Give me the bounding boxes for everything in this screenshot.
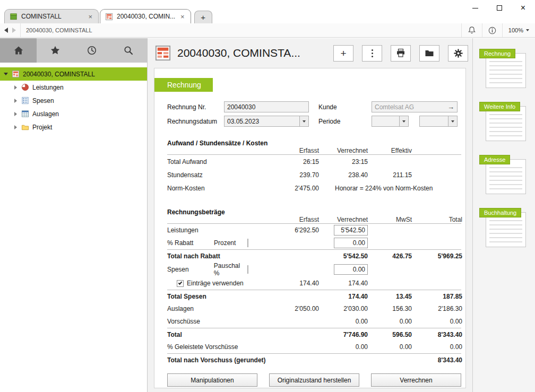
spesen-verrechnet-input[interactable]: 0.00 [334, 264, 368, 275]
page-preview-lines [489, 114, 522, 138]
collapse-icon[interactable] [4, 73, 8, 75]
print-button[interactable] [391, 45, 411, 62]
favorites-button[interactable] [37, 38, 73, 63]
home-button[interactable] [0, 38, 37, 63]
leistungen-verrechnet-input[interactable]: 5'542.50 [334, 225, 368, 236]
page-label[interactable]: Buchhaltung [479, 208, 521, 217]
section-tab-rechnung[interactable]: Rechnung [154, 78, 213, 92]
kunde-field[interactable]: Comtelsat AG → [372, 101, 458, 112]
rechnung-nr-input[interactable]: 20040030 [224, 101, 309, 112]
row-auslagen: Auslagen 2'050.00 2'030.00 156.30 2'186.… [167, 302, 461, 315]
tree-item-label: Spesen [32, 97, 54, 104]
chevron-down-icon [303, 120, 306, 123]
history-button[interactable] [74, 38, 110, 63]
tree-item-label: Auslagen [32, 110, 59, 118]
expand-icon[interactable] [14, 112, 17, 116]
back-icon[interactable] [4, 28, 8, 33]
tree-item-spesen[interactable]: Spesen [0, 94, 147, 107]
rabatt-prozent-input[interactable] [247, 239, 248, 247]
zoom-level: 100% [508, 27, 523, 33]
periode-select-1[interactable] [372, 116, 409, 127]
row-total-nach-vorschuss: Total nach Vorschuss (gerundet) 8'343.40 [167, 353, 461, 366]
dropdown-button[interactable] [448, 116, 457, 126]
invoice-icon [12, 70, 20, 78]
row-total: Total 7'746.90 596.50 8'343.40 [167, 328, 461, 341]
new-tab-button[interactable]: + [194, 11, 212, 23]
tab-label: COMINSTALL [21, 13, 83, 20]
page-thumb-weitere-info[interactable]: Weitere Info [479, 102, 530, 142]
page-label[interactable]: Adresse [479, 155, 510, 164]
kunde-value: Comtelsat AG [375, 103, 414, 111]
expand-icon[interactable] [14, 125, 17, 129]
section-aufwand: Aufwand / Stundensätze / Kosten Erfasst … [167, 140, 461, 195]
rechnungsdatum-select[interactable]: 03.05.2023 [224, 116, 309, 127]
verrechnen-button[interactable]: Verrechnen [371, 373, 461, 387]
sidebar: 20040030, COMINSTALL Leistungen Spesen [0, 38, 148, 392]
tab-label: 20040030, COMIN... [117, 13, 175, 20]
notifications-button[interactable] [461, 23, 482, 37]
tree-item-label: Leistungen [32, 84, 64, 91]
page-label[interactable]: Weitere Info [479, 102, 520, 111]
tab-invoice[interactable]: 20040030, COMIN... × [100, 9, 191, 23]
section-title: Rechnungsbeträge [167, 208, 319, 216]
home-icon [13, 45, 24, 56]
zoom-control[interactable]: 100% [502, 23, 535, 37]
pie-chart-icon [21, 83, 29, 91]
tree-item-auslagen[interactable]: Auslagen [0, 107, 147, 120]
column-header: Erfasst [269, 147, 319, 154]
page-preview-lines [489, 220, 522, 244]
tab-cominstall[interactable]: COMINSTALL × [4, 9, 99, 23]
expand-icon[interactable] [14, 99, 17, 103]
close-tab-icon[interactable]: × [87, 13, 94, 21]
close-tab-icon[interactable]: × [179, 13, 186, 21]
search-button[interactable] [110, 38, 147, 63]
page-thumb-rechnung[interactable]: Rechnung [479, 49, 530, 89]
menu-button[interactable] [362, 45, 382, 62]
section-title: Aufwand / Stundensätze / Kosten [167, 140, 319, 147]
folder-button[interactable] [419, 45, 439, 62]
window-controls: × [463, 0, 535, 16]
rabatt-verrechnet-input[interactable]: 0.00 [334, 238, 368, 248]
bell-icon [468, 26, 476, 34]
field-label: Rechnung Nr. [167, 103, 224, 111]
folder-icon [425, 48, 434, 58]
printer-icon [396, 48, 405, 58]
goto-arrow-icon[interactable]: → [447, 103, 454, 111]
field-label: Periode [318, 118, 372, 125]
invoice-form: Rechnung Nr. 20040030 Kunde Comtelsat AG… [167, 101, 461, 127]
periode-select-2[interactable] [419, 116, 458, 127]
tree-item-label: 20040030, COMINSTALL [23, 71, 95, 78]
close-window-button[interactable]: × [511, 0, 535, 16]
manipulationen-button[interactable]: Manipulationen [167, 373, 257, 387]
row-leistungen: Leistungen 6'292.50 5'542.50 [167, 224, 461, 237]
spesen-pauschal-input[interactable] [247, 265, 248, 274]
invoice-card: Rechnung Rechnung Nr. 20040030 Kunde Com… [154, 68, 466, 388]
address-toolbar: 20040030, COMINSTALL 100% [0, 23, 535, 38]
dropdown-button[interactable] [299, 116, 308, 126]
minimize-button[interactable] [463, 0, 487, 16]
folder-icon [21, 123, 29, 131]
row-vorschuesse: Vorschüsse 0.00 0.00 0.00 [167, 315, 461, 328]
tree-item-invoice[interactable]: 20040030, COMINSTALL [0, 67, 147, 81]
tree-item-projekt[interactable]: Projekt [0, 120, 147, 134]
tree-item-leistungen[interactable]: Leistungen [0, 81, 147, 94]
page-thumb-adresse[interactable]: Adresse [479, 155, 530, 195]
row-stundensatz: Stundensatz 239.70 238.40 211.15 [167, 168, 461, 181]
main-area: 20040030, COMINSTA... + [148, 38, 472, 392]
page-thumb-buchhaltung[interactable]: Buchhaltung [479, 208, 530, 248]
app-box-icon [10, 13, 18, 21]
dropdown-button[interactable] [399, 116, 408, 126]
row-geleistete-vorschuesse: % Geleistete Vorschüsse 0.00 0.00 0.00 [167, 341, 461, 353]
expand-icon[interactable] [14, 85, 17, 90]
field-label: Rechnungsdatum [167, 118, 224, 125]
maximize-button[interactable] [487, 0, 511, 16]
page-label[interactable]: Rechnung [479, 49, 515, 58]
forward-icon[interactable] [12, 28, 16, 33]
originalzustand-button[interactable]: Originalzustand herstellen [269, 373, 359, 387]
eintraege-checkbox[interactable] [177, 280, 184, 287]
info-button[interactable] [482, 23, 502, 37]
add-button[interactable]: + [333, 45, 353, 62]
row-total-nach-rabatt: Total nach Rabatt 5'542.50 426.75 5'969.… [167, 249, 461, 262]
settings-button[interactable] [448, 45, 468, 62]
list-icon [21, 97, 29, 104]
